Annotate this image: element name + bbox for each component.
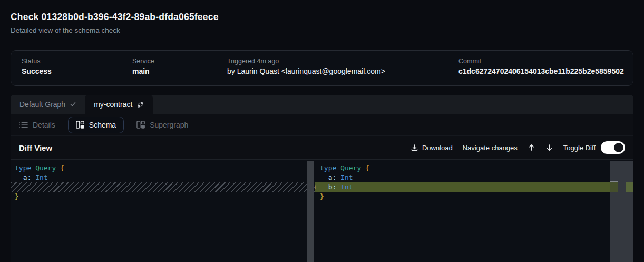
toggle-diff-group: Toggle Diff bbox=[563, 141, 625, 154]
code-line: } bbox=[15, 192, 19, 201]
toggle-diff-switch[interactable] bbox=[601, 141, 625, 154]
tab-supergraph-label: Supergraph bbox=[150, 121, 188, 129]
diff-header: Diff View Download Navigate changes bbox=[11, 136, 633, 160]
contract-panel: Details Schema Supergraph Diff View bbox=[11, 114, 633, 262]
status-field: Status Success bbox=[22, 57, 52, 75]
code-line: type Query { bbox=[320, 163, 369, 173]
download-icon bbox=[411, 144, 418, 152]
overview-ruler-added-marker bbox=[626, 182, 633, 192]
code-line: type Query { bbox=[15, 163, 64, 173]
previous-change-button[interactable] bbox=[528, 143, 535, 152]
minimap-slider[interactable] bbox=[610, 161, 633, 262]
panels-icon bbox=[136, 121, 145, 129]
commit-field: Commit c1dc62724702406154013cbe11b225b2e… bbox=[458, 57, 624, 75]
download-label: Download bbox=[422, 144, 453, 152]
code-line: b: Int bbox=[320, 182, 353, 192]
next-change-button[interactable] bbox=[545, 143, 553, 152]
view-tabs: Details Schema Supergraph bbox=[11, 114, 633, 136]
code-line: a: Int bbox=[15, 173, 48, 182]
navigate-changes-label: Navigate changes bbox=[463, 144, 518, 152]
page-header: Check 01328b0d-b396-43f2-89ab-dfda065fee… bbox=[11, 12, 219, 34]
service-value: main bbox=[132, 67, 154, 75]
commit-value: c1dc62724702406154013cbe11b225b2e5859502 bbox=[458, 67, 624, 75]
graph-tab-contract[interactable]: my-contract bbox=[85, 95, 153, 114]
check-icon bbox=[70, 102, 76, 107]
code-line: a: Int bbox=[320, 173, 353, 182]
tab-details[interactable]: Details bbox=[19, 121, 55, 129]
graph-tab-contract-label: my-contract bbox=[94, 100, 132, 109]
tab-details-label: Details bbox=[33, 121, 55, 129]
graph-tabstrip: Default Graph my-contract bbox=[11, 95, 633, 114]
toggle-diff-label: Toggle Diff bbox=[563, 144, 596, 152]
tab-schema-label: Schema bbox=[89, 121, 116, 129]
graph-tab-default[interactable]: Default Graph bbox=[11, 95, 85, 114]
status-label: Status bbox=[22, 57, 52, 65]
check-summary-card: Status Success Service main Triggered 4m… bbox=[11, 50, 633, 86]
diff-editor: + type Query { a: Int}type Query { a: In… bbox=[11, 160, 633, 262]
graph-tab-default-label: Default Graph bbox=[19, 100, 65, 109]
download-button[interactable]: Download bbox=[411, 144, 453, 152]
tab-schema[interactable]: Schema bbox=[68, 117, 124, 133]
triggered-value: by Laurin Quast <laurinquast@googlemail.… bbox=[227, 67, 385, 75]
service-field: Service main bbox=[132, 57, 154, 75]
triggered-label: Triggered 4m ago bbox=[227, 57, 385, 65]
commit-label: Commit bbox=[458, 57, 624, 65]
code-line: } bbox=[320, 192, 324, 201]
page-subtitle: Detailed view of the schema check bbox=[11, 26, 219, 34]
diff-controls: Download Navigate changes Toggle Diff bbox=[411, 141, 625, 154]
page-title: Check 01328b0d-b396-43f2-89ab-dfda065fee… bbox=[11, 12, 219, 23]
added-line-plus-sign: + bbox=[311, 182, 319, 192]
toggle-knob bbox=[614, 143, 623, 152]
diff-view-title: Diff View bbox=[19, 143, 52, 152]
panels-icon bbox=[76, 121, 84, 129]
triggered-field: Triggered 4m ago by Laurin Quast <laurin… bbox=[227, 57, 385, 75]
collapsed-unchanged-region bbox=[11, 182, 315, 192]
tab-supergraph[interactable]: Supergraph bbox=[136, 121, 188, 129]
service-label: Service bbox=[132, 57, 154, 65]
added-line-highlight bbox=[315, 182, 610, 192]
check-workspace: Default Graph my-contract Details bbox=[11, 95, 633, 262]
arrow-up-icon bbox=[528, 143, 535, 152]
navigate-changes-button[interactable]: Navigate changes bbox=[463, 144, 518, 152]
list-icon bbox=[19, 121, 28, 129]
minimap-added-segment bbox=[610, 182, 618, 192]
compare-icon bbox=[137, 101, 144, 108]
status-value: Success bbox=[22, 67, 52, 75]
arrow-down-icon bbox=[545, 143, 553, 152]
left-pane-scrollbar[interactable] bbox=[307, 161, 314, 262]
